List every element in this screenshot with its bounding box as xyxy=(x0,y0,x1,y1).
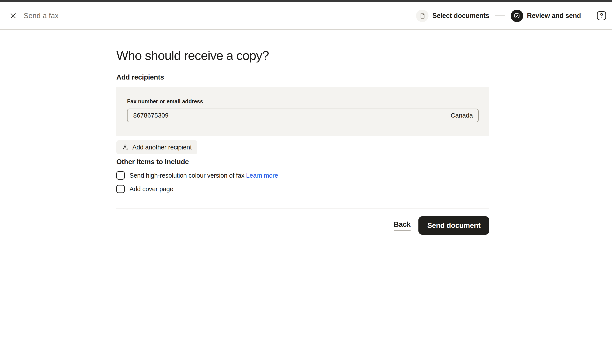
header-divider xyxy=(589,7,589,25)
step-label-select-documents: Select documents xyxy=(432,12,489,20)
main-content: Who should receive a copy? Add recipient… xyxy=(0,30,489,235)
checkbox-cover-page[interactable] xyxy=(116,185,125,193)
section-title-other-items: Other items to include xyxy=(116,157,489,166)
content-divider xyxy=(116,208,489,208)
add-recipient-label: Add another recipient xyxy=(132,144,192,151)
checkbox-cover-page-label: Add cover page xyxy=(129,185,173,193)
fax-number-input[interactable] xyxy=(133,112,450,119)
learn-more-link[interactable]: Learn more xyxy=(246,172,278,179)
document-icon xyxy=(416,10,428,22)
close-button[interactable] xyxy=(8,11,18,21)
step-select-documents[interactable]: Select documents xyxy=(416,10,489,22)
step-review-and-send[interactable]: Review and send xyxy=(511,10,581,22)
step-label-review-and-send: Review and send xyxy=(527,12,581,20)
check-circle-icon xyxy=(511,10,523,22)
footer-actions: Back Send document xyxy=(116,216,489,235)
help-button[interactable]: ? xyxy=(596,10,607,21)
step-indicator: Select documents Review and send ? xyxy=(416,7,607,25)
recipient-card: Fax number or email address Canada xyxy=(116,87,489,136)
help-icon: ? xyxy=(597,11,606,20)
fax-input-container: Canada xyxy=(127,109,478,122)
checkbox-high-res-text: Send high-resolution colour version of f… xyxy=(129,172,244,179)
section-title-add-recipients: Add recipients xyxy=(116,73,489,81)
top-strip xyxy=(0,0,612,2)
step-connector xyxy=(495,15,505,16)
fax-field-label: Fax number or email address xyxy=(127,98,478,105)
x-icon xyxy=(9,12,17,19)
country-label: Canada xyxy=(450,112,473,119)
page-title: Who should receive a copy? xyxy=(116,48,489,63)
checkbox-row-cover-page[interactable]: Add cover page xyxy=(116,185,173,193)
add-recipient-button[interactable]: Add another recipient xyxy=(116,140,197,154)
checkbox-row-high-res[interactable]: Send high-resolution colour version of f… xyxy=(116,171,278,180)
send-document-button[interactable]: Send document xyxy=(418,216,489,235)
header: Send a fax Select documents Review and s… xyxy=(0,2,612,30)
checkbox-high-res[interactable] xyxy=(116,171,125,180)
app-title: Send a fax xyxy=(24,12,59,20)
person-add-icon xyxy=(122,143,129,151)
back-link[interactable]: Back xyxy=(394,220,411,231)
checkbox-high-res-label: Send high-resolution colour version of f… xyxy=(129,172,278,179)
